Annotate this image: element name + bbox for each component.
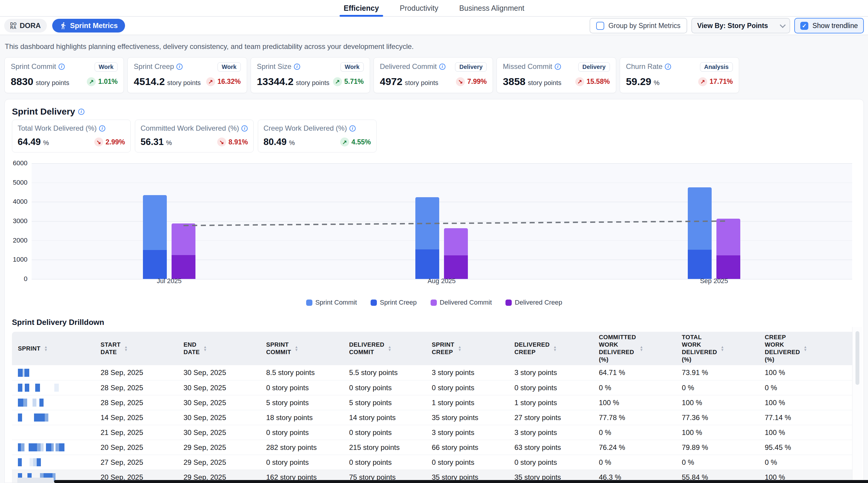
tab-efficiency[interactable]: Efficiency [342,0,381,16]
legend-item[interactable]: Delivered Commit [431,299,492,307]
info-icon[interactable]: i [349,125,356,132]
legend-item[interactable]: Delivered Creep [505,299,562,307]
cell-end-date: 29 Sep, 2025 [184,458,266,466]
dora-button[interactable]: DORA DORA [4,19,47,33]
trend-arrow-icon: ↗ [575,77,584,86]
bar-delivered-creep[interactable] [444,255,468,279]
toolbar-right: Group by Sprint Metrics View By: Story P… [590,18,864,33]
tab-business-alignment[interactable]: Business Alignment [458,0,526,16]
bar-delivered-commit[interactable] [716,219,740,255]
info-icon[interactable]: i [294,64,300,70]
bar-sprint-creep[interactable] [143,250,167,279]
cell-total-work-delivered: 100 % [682,428,765,437]
bar-sprint-creep[interactable] [415,249,439,279]
column-header[interactable]: DELIVEREDCOMMIT ▲▼ [349,341,432,356]
drilldown-title: Sprint Delivery Drilldown [12,318,856,327]
column-header[interactable]: DELIVEREDCREEP ▲▼ [515,341,599,356]
sprint-name-redacted [12,443,100,451]
dashboard-description: This dashboard highlights planning effec… [5,42,414,51]
bar-delivered-commit[interactable] [444,228,468,255]
bar-sprint-creep[interactable] [688,250,712,279]
subcard-value: 64.49% [18,137,49,148]
sort-icon[interactable]: ▲▼ [553,346,557,351]
sort-icon[interactable]: ▲▼ [458,346,462,351]
bar-delivered-creep[interactable] [172,255,195,279]
metric-category-badge: Analysis [700,62,733,72]
sprint-metrics-button[interactable]: Sprint Metrics [52,19,125,33]
show-trendline-checkbox[interactable]: ✓ [800,22,808,30]
info-icon[interactable]: i [59,64,65,70]
table-row[interactable]: 28 Sep, 2025 30 Sep, 2025 0 story points… [12,380,857,395]
sort-icon[interactable]: ▲▼ [44,346,48,351]
table-row[interactable]: 21 Sep, 2025 30 Sep, 2025 0 story points… [12,425,857,440]
cell-delivered-commit: 0 story points [349,428,432,437]
info-icon[interactable]: i [241,125,248,132]
metric-trend: ↗15.58% [575,77,610,86]
x-axis-label: Sep 2025 [684,277,744,285]
horizontal-scrollbar[interactable] [54,480,868,483]
cell-end-date: 30 Sep, 2025 [184,384,266,392]
x-axis-label: Jul 2025 [140,277,199,285]
table-scrollbar-thumb[interactable] [856,331,859,385]
dora-logo-icon: DORA [10,22,17,29]
cell-sprint-creep: 0 story points [432,384,515,392]
bar-sprint-commit[interactable] [688,187,712,250]
info-icon[interactable]: i [555,64,561,70]
sort-icon[interactable]: ▲▼ [124,346,128,351]
trend-arrow-icon: ↗ [87,77,96,86]
column-header[interactable]: ENDDATE ▲▼ [184,341,266,356]
column-header[interactable]: SPRINTCREEP ▲▼ [432,341,515,356]
cell-committed-work-delivered: 64.71 % [599,368,682,377]
metric-trend: ↘7.99% [456,77,487,86]
legend-item[interactable]: Sprint Commit [306,299,357,307]
bar-delivered-creep[interactable] [716,255,740,279]
sort-icon[interactable]: ▲▼ [804,346,807,351]
cell-sprint-commit: 5 story points [266,398,349,407]
column-header[interactable]: COMMITTEDWORKDELIVERED(%) ▲▼ [599,333,682,363]
metric-card: Sprint Size i Work 13344.2story points ↗… [251,57,370,93]
sort-icon[interactable]: ▲▼ [640,346,643,351]
column-header[interactable]: CREEPWORKDELIVERED(%) ▲▼ [765,333,857,363]
info-icon[interactable]: i [99,125,105,132]
group-by-checkbox[interactable] [596,22,604,30]
cell-committed-work-delivered: 0 % [599,458,682,466]
table-row[interactable]: 14 Sep, 2025 30 Sep, 2025 18 story point… [12,410,857,425]
cell-creep-work-delivered: 0 % [765,458,857,466]
view-by-dropdown[interactable]: View By: Story Points [691,18,790,33]
column-header[interactable]: TOTALWORKDELIVERED(%) ▲▼ [682,333,765,363]
table-row[interactable]: 20 Sep, 2025 29 Sep, 2025 282 story poin… [12,440,857,455]
subcard-trend: ↗4.55% [340,137,371,147]
cell-delivered-commit: 0 story points [349,384,432,392]
table-vertical-scrollbar[interactable] [852,327,862,483]
group-by-toggle[interactable]: Group by Sprint Metrics [590,18,687,33]
trend-arrow-icon: ↗ [340,137,349,147]
bar-sprint-commit[interactable] [415,197,439,249]
bar-sprint-commit[interactable] [143,195,167,250]
cell-delivered-creep: 3 story points [515,428,599,437]
tab-productivity[interactable]: Productivity [398,0,440,16]
info-icon[interactable]: i [78,108,85,115]
info-icon[interactable]: i [439,64,445,70]
legend-item[interactable]: Sprint Creep [371,299,417,307]
info-icon[interactable]: i [665,64,671,70]
table-row[interactable]: 28 Sep, 2025 30 Sep, 2025 8.5 story poin… [12,365,857,380]
table-row[interactable]: 28 Sep, 2025 30 Sep, 2025 5 story points… [12,395,857,410]
sort-icon[interactable]: ▲▼ [721,346,724,351]
cell-creep-work-delivered: 77.14 % [765,414,857,422]
metric-trend: ↗5.71% [333,77,364,86]
metric-category-badge: Work [95,62,118,72]
cell-start-date: 28 Sep, 2025 [100,368,184,377]
info-icon[interactable]: i [176,64,183,70]
sort-icon[interactable]: ▲▼ [204,346,207,351]
column-header[interactable]: SPRINT ▲▼ [12,345,100,352]
column-header[interactable]: SPRINTCOMMIT ▲▼ [266,341,349,356]
column-header[interactable]: STARTDATE ▲▼ [100,341,184,356]
show-trendline-toggle[interactable]: ✓ Show trendline [794,18,864,33]
table-row[interactable]: 27 Sep, 2025 29 Sep, 2025 0 story points… [12,455,857,470]
sort-icon[interactable]: ▲▼ [295,346,299,351]
bar-delivered-commit[interactable] [172,223,195,255]
cell-sprint-creep: 66 story points [432,443,515,452]
metric-card: Sprint Creep i Work 4514.2story points ↗… [127,57,247,93]
sort-icon[interactable]: ▲▼ [388,346,392,351]
cell-start-date: 28 Sep, 2025 [100,398,184,407]
